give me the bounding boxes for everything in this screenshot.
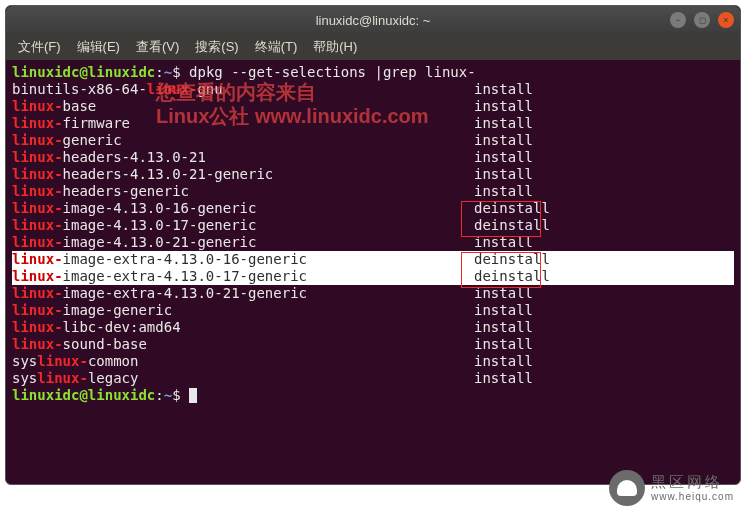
menu-edit[interactable]: 编辑(E) bbox=[71, 36, 126, 58]
status-text: deinstall bbox=[474, 251, 550, 268]
output-row: linux-image-extra-4.13.0-16-genericdeins… bbox=[12, 251, 734, 268]
output-row: linux-genericinstall bbox=[12, 132, 734, 149]
prompt-userhost: linuxidc@linuxidc bbox=[12, 387, 155, 403]
titlebar: linuxidc@linuxidc: ~ − ◻ × bbox=[6, 6, 740, 34]
menu-terminal[interactable]: 终端(T) bbox=[249, 36, 304, 58]
output-row: linux-headers-4.13.0-21-genericinstall bbox=[12, 166, 734, 183]
status-text: install bbox=[474, 132, 533, 149]
menu-help[interactable]: 帮助(H) bbox=[307, 36, 363, 58]
maximize-button[interactable]: ◻ bbox=[694, 12, 710, 28]
match-text: linux- bbox=[37, 370, 88, 386]
output-row: binutils-x86-64-linux-gnuinstall bbox=[12, 81, 734, 98]
match-text: linux- bbox=[37, 353, 88, 369]
match-text: linux- bbox=[12, 285, 63, 301]
status-text: install bbox=[474, 166, 533, 183]
terminal-body[interactable]: linuxidc@linuxidc:~$ dpkg --get-selectio… bbox=[6, 60, 740, 408]
output-row: linux-headers-4.13.0-21install bbox=[12, 149, 734, 166]
match-text: linux- bbox=[12, 302, 63, 318]
match-text: linux- bbox=[12, 200, 63, 216]
status-text: install bbox=[474, 81, 533, 98]
output-row: linux-image-genericinstall bbox=[12, 302, 734, 319]
status-text: install bbox=[474, 370, 533, 387]
match-text: linux- bbox=[12, 166, 63, 182]
output-row: linux-sound-baseinstall bbox=[12, 336, 734, 353]
output-row: linux-image-extra-4.13.0-21-genericinsta… bbox=[12, 285, 734, 302]
terminal-window: linuxidc@linuxidc: ~ − ◻ × 文件(F) 编辑(E) 查… bbox=[5, 5, 741, 485]
output-row: linux-image-4.13.0-21-genericinstall bbox=[12, 234, 734, 251]
window-title: linuxidc@linuxidc: ~ bbox=[316, 13, 431, 28]
match-text: linux- bbox=[12, 234, 63, 250]
output-row: syslinux-legacyinstall bbox=[12, 370, 734, 387]
output-row: linux-firmwareinstall bbox=[12, 115, 734, 132]
status-text: deinstall bbox=[474, 217, 550, 234]
status-text: install bbox=[474, 98, 533, 115]
prompt-path: ~ bbox=[164, 64, 172, 80]
window-controls: − ◻ × bbox=[670, 12, 734, 28]
match-text: linux- bbox=[12, 183, 63, 199]
status-text: install bbox=[474, 302, 533, 319]
footer-domain: www.heiqu.com bbox=[651, 491, 734, 502]
status-text: install bbox=[474, 285, 533, 302]
menu-file[interactable]: 文件(F) bbox=[12, 36, 67, 58]
match-text: linux- bbox=[12, 115, 63, 131]
status-text: install bbox=[474, 336, 533, 353]
footer-name: 黑区网络 bbox=[651, 474, 734, 491]
output-row: linux-image-4.13.0-17-genericdeinstall bbox=[12, 217, 734, 234]
prompt-userhost: linuxidc@linuxidc bbox=[12, 64, 155, 80]
match-text: linux- bbox=[12, 217, 63, 233]
prompt-path: ~ bbox=[164, 387, 172, 403]
match-text: linux- bbox=[12, 132, 63, 148]
command-line: linuxidc@linuxidc:~$ dpkg --get-selectio… bbox=[12, 64, 734, 81]
match-text: linux- bbox=[12, 149, 63, 165]
output-row: linux-image-extra-4.13.0-17-genericdeins… bbox=[12, 268, 734, 285]
status-text: install bbox=[474, 183, 533, 200]
match-text: linux- bbox=[12, 268, 63, 284]
match-text: linux- bbox=[12, 98, 63, 114]
cursor bbox=[189, 388, 197, 403]
output-row: linux-image-4.13.0-16-genericdeinstall bbox=[12, 200, 734, 217]
footer-logo-icon bbox=[609, 470, 645, 506]
minimize-button[interactable]: − bbox=[670, 12, 686, 28]
menubar: 文件(F) 编辑(E) 查看(V) 搜索(S) 终端(T) 帮助(H) bbox=[6, 34, 740, 60]
close-button[interactable]: × bbox=[718, 12, 734, 28]
status-text: deinstall bbox=[474, 268, 550, 285]
status-text: install bbox=[474, 353, 533, 370]
status-text: install bbox=[474, 149, 533, 166]
match-text: linux- bbox=[147, 81, 198, 97]
output-row: linux-baseinstall bbox=[12, 98, 734, 115]
footer-watermark: 黑区网络 www.heiqu.com bbox=[609, 470, 734, 506]
menu-search[interactable]: 搜索(S) bbox=[189, 36, 244, 58]
output-row: syslinux-commoninstall bbox=[12, 353, 734, 370]
match-text: linux- bbox=[12, 319, 63, 335]
command-text: dpkg --get-selections |grep linux- bbox=[189, 64, 476, 80]
menu-view[interactable]: 查看(V) bbox=[130, 36, 185, 58]
match-text: linux- bbox=[12, 251, 63, 267]
output-row: linux-headers-genericinstall bbox=[12, 183, 734, 200]
prompt-line: linuxidc@linuxidc:~$ bbox=[12, 387, 734, 404]
status-text: install bbox=[474, 319, 533, 336]
status-text: install bbox=[474, 234, 533, 251]
match-text: linux- bbox=[12, 336, 63, 352]
status-text: install bbox=[474, 115, 533, 132]
status-text: deinstall bbox=[474, 200, 550, 217]
output-row: linux-libc-dev:amd64install bbox=[12, 319, 734, 336]
